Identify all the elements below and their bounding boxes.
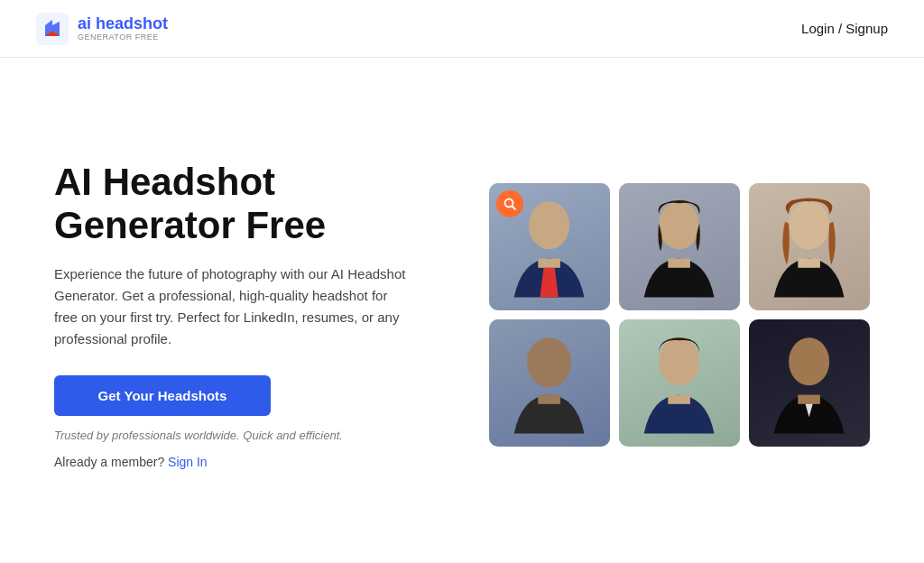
svg-point-7 — [789, 202, 829, 250]
photo-card-3 — [749, 183, 870, 310]
svg-rect-14 — [799, 395, 821, 404]
logo-icon — [36, 13, 69, 45]
svg-rect-8 — [799, 259, 821, 268]
header: ai headshot GENERATOR FREE Login / Signu… — [0, 0, 924, 58]
svg-point-9 — [527, 337, 571, 387]
svg-point-1 — [529, 202, 569, 250]
member-text: Already a member? Sign In — [54, 455, 435, 469]
hero-left: AI Headshot Generator Free Experience th… — [54, 161, 435, 470]
trusted-text: Trusted by professionals worldwide. Quic… — [54, 429, 435, 442]
svg-rect-6 — [669, 259, 691, 268]
logo-subtitle: GENERATOR FREE — [78, 32, 168, 42]
photo-card-1 — [489, 183, 610, 310]
logo-text: ai headshot GENERATOR FREE — [78, 15, 168, 42]
sign-in-link[interactable]: Sign In — [168, 455, 208, 469]
photo-card-6 — [749, 319, 870, 447]
hero-description: Experience the future of photography wit… — [54, 263, 406, 350]
svg-line-4 — [513, 207, 516, 210]
logo-brand: ai headshot — [78, 15, 168, 33]
svg-point-13 — [789, 337, 829, 385]
hero-title: AI Headshot Generator Free — [54, 161, 435, 248]
svg-point-5 — [659, 202, 699, 250]
svg-rect-12 — [669, 395, 691, 404]
photo-card-2 — [619, 183, 740, 310]
svg-point-11 — [659, 337, 699, 385]
photo-card-4 — [489, 319, 610, 447]
get-headshots-button[interactable]: Get Your Headshots — [54, 375, 271, 416]
svg-rect-10 — [539, 395, 561, 404]
login-signup-link[interactable]: Login / Signup — [801, 21, 888, 36]
logo: ai headshot GENERATOR FREE — [36, 13, 168, 45]
photo-grid — [489, 183, 870, 446]
photo-card-5 — [619, 319, 740, 447]
main-content: AI Headshot Generator Free Experience th… — [0, 58, 924, 563]
svg-rect-2 — [539, 259, 561, 268]
